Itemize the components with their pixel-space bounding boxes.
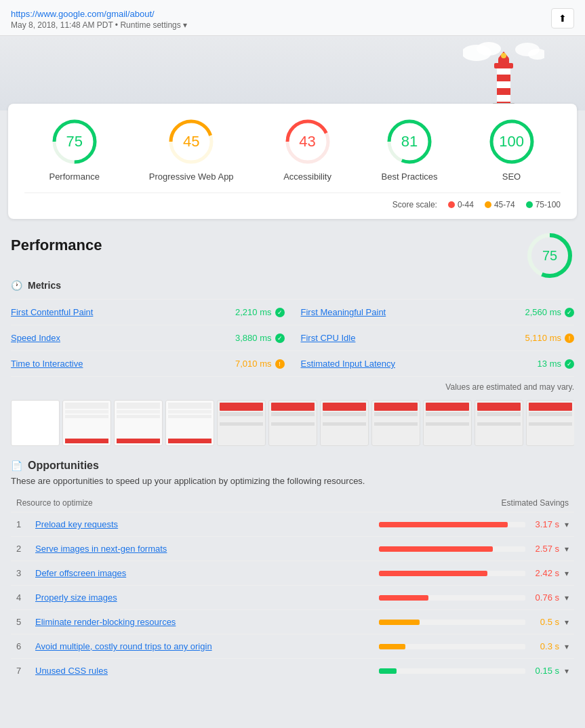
svg-rect-4 <box>497 66 510 104</box>
metric-value: 2,560 ms ✓ <box>525 307 574 317</box>
opp-num: 4 <box>16 592 35 603</box>
opp-row: 7 Unused CSS rules 0.15 s ▾ <box>11 658 574 683</box>
opp-col-resource: Resource to optimize <box>16 498 379 508</box>
score-item-performance[interactable]: 75 Performance <box>49 117 99 182</box>
opp-chevron-icon[interactable]: ▾ <box>565 544 569 554</box>
header-meta: May 8, 2018, 11:48 AM PDT • Runtime sett… <box>11 20 187 30</box>
metric-name[interactable]: First CPU Idle <box>301 333 356 343</box>
opp-right: 2.57 s ▾ <box>379 544 569 554</box>
opp-bar-wrap <box>379 644 525 649</box>
opp-chevron-icon[interactable]: ▾ <box>565 593 569 603</box>
score-circle-seo: 100 <box>487 117 536 166</box>
score-label-accessibility: Accessibility <box>283 171 331 182</box>
scale-range-orange: 45-74 <box>494 200 515 209</box>
share-button[interactable]: ⬆ <box>551 8 574 28</box>
opp-bar-wrap <box>379 546 525 552</box>
score-circle-performance: 75 <box>50 117 99 166</box>
filmstrip-frame <box>11 400 60 446</box>
opp-bar-wrap <box>379 620 525 625</box>
opp-icon: 📄 <box>11 460 22 471</box>
opp-num: 6 <box>16 641 35 651</box>
metric-value: 13 ms ✓ <box>538 359 574 369</box>
opp-saving: 0.5 s <box>531 617 559 627</box>
metric-name[interactable]: Estimated Input Latency <box>301 359 395 369</box>
metric-row: Speed Index 3,880 ms ✓ <box>11 325 293 351</box>
metric-row: First CPU Idle 5,110 ms ! <box>293 325 575 351</box>
opp-bar-wrap <box>379 571 525 576</box>
opp-chevron-icon[interactable]: ▾ <box>565 569 569 578</box>
opp-chevron-icon[interactable]: ▾ <box>565 618 569 627</box>
performance-title: Performance <box>11 237 102 254</box>
score-item-best-practices[interactable]: 81 Best Practices <box>381 117 437 182</box>
score-number-seo: 100 <box>499 133 524 150</box>
metric-row: Estimated Input Latency 13 ms ✓ <box>293 351 575 377</box>
metric-status-icon: ✓ <box>565 359 574 369</box>
opp-right: 0.5 s ▾ <box>379 617 569 627</box>
opp-bar-wrap <box>379 595 525 601</box>
score-number-pwa: 45 <box>183 133 199 150</box>
opp-bar <box>379 644 405 649</box>
metric-status-icon: ! <box>565 333 574 343</box>
page-url[interactable]: https://www.google.com/gmail/about/ <box>11 9 155 19</box>
opp-right: 2.42 s ▾ <box>379 568 569 578</box>
performance-score-circle: 75 <box>525 231 574 280</box>
svg-rect-6 <box>497 88 510 95</box>
opp-chevron-icon[interactable]: ▾ <box>565 666 569 676</box>
opp-saving: 2.42 s <box>531 568 559 578</box>
opp-row: 5 Eliminate render-blocking resources 0.… <box>11 609 574 634</box>
filmstrip-frame <box>320 400 369 446</box>
opp-name[interactable]: Properly size images <box>35 592 379 603</box>
metric-name[interactable]: Speed Index <box>11 333 60 343</box>
metrics-grid: First Contentful Paint 2,210 ms ✓ First … <box>11 299 574 377</box>
opp-saving: 3.17 s <box>531 519 559 529</box>
metric-name[interactable]: Time to Interactive <box>11 359 83 369</box>
metric-value: 2,210 ms ✓ <box>235 307 284 317</box>
opp-right: 0.76 s ▾ <box>379 592 569 603</box>
svg-rect-9 <box>498 58 509 65</box>
opp-name[interactable]: Eliminate render-blocking resources <box>35 617 379 627</box>
opp-bar <box>379 620 420 625</box>
opp-chevron-icon[interactable]: ▾ <box>565 520 569 529</box>
filmstrip-frame <box>268 400 317 446</box>
opp-name[interactable]: Defer offscreen images <box>35 568 379 578</box>
opp-name[interactable]: Avoid multiple, costly round trips to an… <box>35 641 379 651</box>
opp-row: 4 Properly size images 0.76 s ▾ <box>11 585 574 609</box>
opp-name[interactable]: Preload key requests <box>35 519 379 529</box>
scale-dot-red <box>448 201 455 208</box>
opp-saving: 0.3 s <box>531 641 559 651</box>
opp-row: 1 Preload key requests 3.17 s ▾ <box>11 512 574 536</box>
filmstrip-frame <box>371 400 420 446</box>
filmstrip-frame <box>165 400 214 446</box>
opp-saving: 0.76 s <box>531 592 559 603</box>
metric-value: 7,010 ms ! <box>235 359 284 369</box>
metric-row: Time to Interactive 7,010 ms ! <box>11 351 293 377</box>
opp-title: Opportunities <box>28 460 99 472</box>
opp-rows: 1 Preload key requests 3.17 s ▾ 2 Serve … <box>11 512 574 683</box>
opp-name[interactable]: Unused CSS rules <box>35 666 379 676</box>
score-scale: Score scale: 0-44 45-74 75-100 <box>24 193 561 209</box>
metric-name[interactable]: First Contentful Paint <box>11 307 93 317</box>
score-label-pwa: Progressive Web App <box>149 171 234 182</box>
scale-orange: 45-74 <box>485 200 515 209</box>
metric-name[interactable]: First Meaningful Paint <box>301 307 386 317</box>
opp-right: 0.15 s ▾ <box>379 666 569 676</box>
scale-range-green: 75-100 <box>536 200 561 209</box>
score-item-accessibility[interactable]: 43 Accessibility <box>283 117 332 182</box>
scale-dot-orange <box>485 201 491 208</box>
opp-chevron-icon[interactable]: ▾ <box>565 642 569 651</box>
metric-row: First Meaningful Paint 2,560 ms ✓ <box>293 300 575 325</box>
filmstrip <box>11 400 574 446</box>
score-number-accessibility: 43 <box>299 133 315 150</box>
opp-saving: 2.57 s <box>531 544 559 554</box>
score-item-pwa[interactable]: 45 Progressive Web App <box>149 117 234 182</box>
opp-num: 5 <box>16 617 35 627</box>
score-item-seo[interactable]: 100 SEO <box>487 117 536 182</box>
opp-row: 6 Avoid multiple, costly round trips to … <box>11 634 574 658</box>
opp-name[interactable]: Serve images in next-gen formats <box>35 544 379 554</box>
opp-header: 📄 Opportunities <box>11 460 574 472</box>
scale-dot-green <box>526 201 533 208</box>
metric-row: First Contentful Paint 2,210 ms ✓ <box>11 300 293 325</box>
opp-desc: These are opportunities to speed up your… <box>11 476 574 486</box>
metric-status-icon: ✓ <box>565 308 574 317</box>
metrics-header: 🕐 Metrics <box>11 280 574 291</box>
